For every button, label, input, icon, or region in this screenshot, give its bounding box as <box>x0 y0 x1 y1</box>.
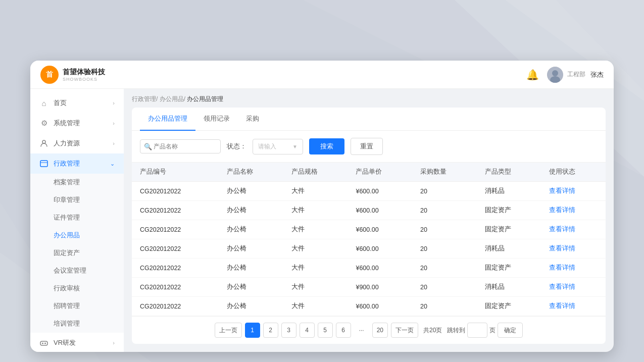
search-button[interactable]: 搜索 <box>309 138 344 154</box>
page-btn-4[interactable]: 4 <box>300 323 315 338</box>
page-btn-5[interactable]: 5 <box>318 323 333 338</box>
logo-icon-text: 首 <box>46 70 53 79</box>
cell-status[interactable]: 查看详情 <box>541 239 606 258</box>
cell-price: ¥600.00 <box>348 297 412 316</box>
cell-qty: 20 <box>412 220 477 239</box>
cell-type: 固定资产 <box>477 297 541 316</box>
page-btn-2[interactable]: 2 <box>263 323 278 338</box>
chevron-right-icon-3: › <box>113 140 115 146</box>
page-btn-20[interactable]: 20 <box>372 323 388 338</box>
svg-point-7 <box>552 70 558 76</box>
sub-item-review[interactable]: 行政审核 <box>30 280 124 297</box>
bell-icon[interactable]: 🔔 <box>526 69 539 81</box>
sub-item-archives[interactable]: 档案管理 <box>30 174 124 191</box>
page-jump: 跳转到 页 确定 <box>447 323 523 338</box>
table-row: CG202012022 办公椅 大件 ¥600.00 20 固定资产 查看详情 <box>132 201 606 220</box>
cell-qty: 20 <box>412 182 477 201</box>
sidebar-item-vr[interactable]: VR研发 › <box>30 333 124 352</box>
breadcrumb-current: 办公用品管理 <box>187 95 223 102</box>
user-dept: 工程部 <box>567 70 585 79</box>
sub-item-seal[interactable]: 印章管理 <box>30 191 124 209</box>
sub-menu-admin: 档案管理 印章管理 证件管理 办公用品 固定资产 会议室管理 行政审核 招聘管理… <box>30 174 124 333</box>
svg-point-14 <box>44 343 46 344</box>
cell-qty: 20 <box>412 278 477 297</box>
cell-status[interactable]: 查看详情 <box>541 201 606 220</box>
hr-icon <box>39 139 48 148</box>
sub-item-asset[interactable]: 固定资产 <box>30 244 124 262</box>
cell-status[interactable]: 查看详情 <box>541 278 606 297</box>
table-header-row: 产品编号 产品名称 产品规格 产品单价 采购数量 产品类型 使用状态 <box>132 163 606 182</box>
tab-requisition[interactable]: 领用记录 <box>195 108 238 131</box>
cell-qty: 20 <box>412 239 477 258</box>
col-header-spec: 产品规格 <box>283 163 348 182</box>
cell-name: 办公椅 <box>219 220 283 239</box>
tab-office-supply[interactable]: 办公用品管理 <box>140 108 195 131</box>
status-label: 状态： <box>227 142 246 151</box>
user-name: 张杰 <box>590 70 604 79</box>
next-page-button[interactable]: 下一页 <box>391 323 418 338</box>
sidebar-home-label: 首页 <box>54 98 113 108</box>
breadcrumb-item-1: 行政管理/ <box>132 95 158 102</box>
cell-name: 办公椅 <box>219 278 283 297</box>
page-jump-input[interactable] <box>467 323 487 338</box>
cell-spec: 大件 <box>283 258 348 278</box>
prev-page-button[interactable]: 上一页 <box>215 323 242 338</box>
status-select[interactable]: 请输入 ▼ <box>253 139 303 154</box>
sub-item-recruit[interactable]: 招聘管理 <box>30 297 124 315</box>
cell-price: ¥600.00 <box>348 182 412 201</box>
cell-qty: 20 <box>412 297 477 316</box>
sidebar-item-hr[interactable]: 人力资源 › <box>30 133 124 153</box>
table-row: CG202012022 办公椅 大件 ¥900.00 20 消耗品 查看详情 <box>132 278 606 297</box>
table-row: CG202012022 办公椅 大件 ¥600.00 20 固定资产 查看详情 <box>132 258 606 278</box>
sidebar-item-system[interactable]: ⚙ 系统管理 › <box>30 113 124 133</box>
cell-name: 办公椅 <box>219 258 283 278</box>
confirm-button[interactable]: 确定 <box>498 323 523 338</box>
breadcrumb-item-2: 办公用品/ <box>160 95 185 102</box>
main-content: 行政管理/ 办公用品/ 办公用品管理 办公用品管理 领用记录 采购 🔍 <box>124 89 614 352</box>
user-area[interactable]: 工程部 张杰 <box>547 67 604 83</box>
sidebar-item-admin[interactable]: 行政管理 ⌄ <box>30 153 124 174</box>
chevron-right-icon-4: › <box>113 340 115 346</box>
cell-status[interactable]: 查看详情 <box>541 220 606 239</box>
cell-price: ¥600.00 <box>348 258 412 278</box>
svg-point-13 <box>42 343 43 344</box>
sidebar-hr-label: 人力资源 <box>54 139 113 148</box>
reset-button[interactable]: 重置 <box>351 138 383 155</box>
sidebar-system-label: 系统管理 <box>54 119 113 128</box>
search-icon: 🔍 <box>144 143 152 150</box>
table-row: CG202012022 办公椅 大件 ¥600.00 20 固定资产 查看详情 <box>132 297 606 316</box>
chevron-down-icon: ⌄ <box>110 161 115 167</box>
cell-price: ¥600.00 <box>348 239 412 258</box>
sub-item-office[interactable]: 办公用品 <box>30 227 124 244</box>
logo-icon: 首 <box>40 66 59 84</box>
page-btn-1[interactable]: 1 <box>245 323 260 338</box>
cell-spec: 大件 <box>283 201 348 220</box>
sub-item-meeting[interactable]: 会议室管理 <box>30 262 124 280</box>
sub-item-cert[interactable]: 证件管理 <box>30 209 124 227</box>
page-btn-6[interactable]: 6 <box>336 323 351 338</box>
app-container: 首 首望体验科技 SHOWBOOKS 🔔 <box>30 61 614 352</box>
table-row: CG202012022 办公椅 大件 ¥600.00 20 消耗品 查看详情 <box>132 239 606 258</box>
status-select-value: 请输入 <box>258 142 276 151</box>
search-input[interactable] <box>140 139 221 153</box>
logo-main-text: 首望体验科技 <box>63 68 105 77</box>
sub-item-training[interactable]: 培训管理 <box>30 315 124 333</box>
col-header-id: 产品编号 <box>132 163 219 182</box>
table-wrap: 产品编号 产品名称 产品规格 产品单价 采购数量 产品类型 使用状态 CG202… <box>132 163 606 316</box>
cell-status[interactable]: 查看详情 <box>541 258 606 278</box>
chevron-right-icon: › <box>113 100 115 106</box>
cell-spec: 大件 <box>283 239 348 258</box>
page-ellipsis: ··· <box>354 323 369 338</box>
table-body: CG202012022 办公椅 大件 ¥600.00 20 消耗品 查看详情 C… <box>132 182 606 317</box>
cell-status[interactable]: 查看详情 <box>541 297 606 316</box>
cell-id: CG202012022 <box>132 182 219 201</box>
cell-qty: 20 <box>412 258 477 278</box>
page-btn-3[interactable]: 3 <box>281 323 296 338</box>
tab-purchase[interactable]: 采购 <box>238 108 267 131</box>
logo-sub-text: SHOWBOOKS <box>63 77 105 82</box>
sidebar-item-home[interactable]: ⌂ 首页 › <box>30 93 124 113</box>
breadcrumb: 行政管理/ 办公用品/ 办公用品管理 <box>132 89 606 108</box>
cell-id: CG202012022 <box>132 278 219 297</box>
vr-icon <box>39 338 48 347</box>
cell-status[interactable]: 查看详情 <box>541 182 606 201</box>
